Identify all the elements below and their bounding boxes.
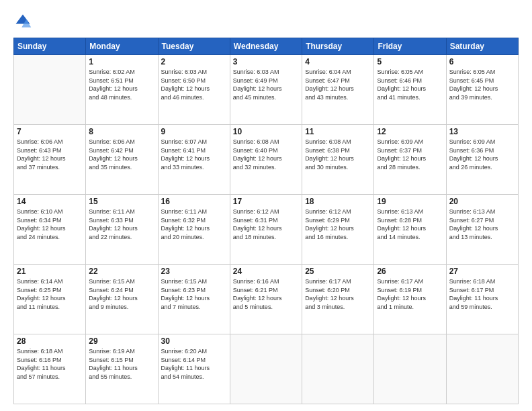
calendar-cell: 8Sunrise: 6:06 AM Sunset: 6:42 PM Daylig… — [86, 125, 158, 195]
day-info: Sunrise: 6:15 AM Sunset: 6:24 PM Dayligh… — [89, 277, 154, 311]
day-info: Sunrise: 6:08 AM Sunset: 6:40 PM Dayligh… — [233, 138, 299, 171]
day-number: 20 — [449, 197, 515, 206]
calendar-table: SundayMondayTuesdayWednesdayThursdayFrid… — [13, 38, 519, 404]
calendar-cell: 24Sunrise: 6:16 AM Sunset: 6:21 PM Dayli… — [230, 265, 302, 334]
week-row-1: 1Sunrise: 6:02 AM Sunset: 6:51 PM Daylig… — [14, 55, 519, 125]
day-number: 18 — [305, 197, 371, 206]
header-cell-monday: Monday — [86, 38, 158, 55]
day-info: Sunrise: 6:17 AM Sunset: 6:19 PM Dayligh… — [377, 277, 443, 311]
calendar-cell: 25Sunrise: 6:17 AM Sunset: 6:20 PM Dayli… — [302, 265, 374, 334]
day-info: Sunrise: 6:07 AM Sunset: 6:41 PM Dayligh… — [161, 138, 227, 171]
calendar-cell — [374, 334, 446, 404]
header-cell-friday: Friday — [374, 38, 446, 55]
logo — [13, 12, 35, 31]
header-cell-sunday: Sunday — [14, 38, 86, 55]
calendar-cell: 14Sunrise: 6:10 AM Sunset: 6:34 PM Dayli… — [14, 195, 86, 265]
header-cell-thursday: Thursday — [302, 38, 374, 55]
day-info: Sunrise: 6:13 AM Sunset: 6:27 PM Dayligh… — [449, 208, 515, 241]
calendar-cell: 15Sunrise: 6:11 AM Sunset: 6:33 PM Dayli… — [86, 195, 158, 265]
calendar-cell — [446, 334, 518, 404]
day-number: 30 — [161, 336, 227, 346]
calendar-cell: 1Sunrise: 6:02 AM Sunset: 6:51 PM Daylig… — [86, 55, 158, 125]
day-number: 9 — [161, 127, 227, 136]
day-info: Sunrise: 6:17 AM Sunset: 6:20 PM Dayligh… — [305, 277, 371, 311]
day-number: 11 — [305, 127, 371, 136]
calendar-cell: 3Sunrise: 6:03 AM Sunset: 6:49 PM Daylig… — [230, 55, 302, 125]
calendar-cell: 22Sunrise: 6:15 AM Sunset: 6:24 PM Dayli… — [86, 265, 158, 334]
header-cell-saturday: Saturday — [446, 38, 518, 55]
day-info: Sunrise: 6:09 AM Sunset: 6:36 PM Dayligh… — [449, 138, 515, 171]
calendar-cell: 21Sunrise: 6:14 AM Sunset: 6:25 PM Dayli… — [14, 265, 86, 334]
day-number: 16 — [161, 197, 227, 206]
day-number: 23 — [161, 267, 227, 276]
logo-icon — [13, 12, 32, 31]
day-number: 2 — [161, 57, 227, 66]
day-info: Sunrise: 6:12 AM Sunset: 6:29 PM Dayligh… — [305, 208, 371, 241]
calendar-cell: 6Sunrise: 6:05 AM Sunset: 6:45 PM Daylig… — [446, 55, 518, 125]
calendar-cell: 2Sunrise: 6:03 AM Sunset: 6:50 PM Daylig… — [158, 55, 230, 125]
calendar-cell: 9Sunrise: 6:07 AM Sunset: 6:41 PM Daylig… — [158, 125, 230, 195]
calendar-cell: 10Sunrise: 6:08 AM Sunset: 6:40 PM Dayli… — [230, 125, 302, 195]
day-info: Sunrise: 6:12 AM Sunset: 6:31 PM Dayligh… — [233, 208, 299, 241]
day-info: Sunrise: 6:08 AM Sunset: 6:38 PM Dayligh… — [305, 138, 371, 171]
day-info: Sunrise: 6:06 AM Sunset: 6:43 PM Dayligh… — [17, 138, 83, 171]
header-cell-wednesday: Wednesday — [230, 38, 302, 55]
calendar-cell: 29Sunrise: 6:19 AM Sunset: 6:15 PM Dayli… — [86, 334, 158, 404]
calendar-cell: 12Sunrise: 6:09 AM Sunset: 6:37 PM Dayli… — [374, 125, 446, 195]
calendar-cell: 30Sunrise: 6:20 AM Sunset: 6:14 PM Dayli… — [158, 334, 230, 404]
day-number: 4 — [305, 57, 371, 66]
day-number: 12 — [377, 127, 443, 136]
calendar-cell: 27Sunrise: 6:18 AM Sunset: 6:17 PM Dayli… — [446, 265, 518, 334]
week-row-5: 28Sunrise: 6:18 AM Sunset: 6:16 PM Dayli… — [14, 334, 519, 404]
day-number: 15 — [89, 197, 154, 206]
day-number: 7 — [17, 127, 83, 136]
day-number: 8 — [89, 127, 154, 136]
header-cell-tuesday: Tuesday — [158, 38, 230, 55]
calendar-cell — [14, 55, 86, 125]
day-info: Sunrise: 6:05 AM Sunset: 6:46 PM Dayligh… — [377, 68, 443, 101]
day-number: 19 — [377, 197, 443, 206]
day-info: Sunrise: 6:03 AM Sunset: 6:49 PM Dayligh… — [233, 68, 299, 101]
week-row-4: 21Sunrise: 6:14 AM Sunset: 6:25 PM Dayli… — [14, 265, 519, 334]
calendar-cell: 11Sunrise: 6:08 AM Sunset: 6:38 PM Dayli… — [302, 125, 374, 195]
day-info: Sunrise: 6:05 AM Sunset: 6:45 PM Dayligh… — [449, 68, 515, 101]
day-info: Sunrise: 6:11 AM Sunset: 6:32 PM Dayligh… — [161, 208, 227, 241]
day-info: Sunrise: 6:02 AM Sunset: 6:51 PM Dayligh… — [89, 68, 154, 101]
calendar-cell: 23Sunrise: 6:15 AM Sunset: 6:23 PM Dayli… — [158, 265, 230, 334]
day-info: Sunrise: 6:04 AM Sunset: 6:47 PM Dayligh… — [305, 68, 371, 101]
day-number: 26 — [377, 267, 443, 276]
day-number: 21 — [17, 267, 83, 276]
calendar-cell: 19Sunrise: 6:13 AM Sunset: 6:28 PM Dayli… — [374, 195, 446, 265]
day-number: 13 — [449, 127, 515, 136]
calendar-cell: 4Sunrise: 6:04 AM Sunset: 6:47 PM Daylig… — [302, 55, 374, 125]
header — [13, 12, 519, 31]
page: SundayMondayTuesdayWednesdayThursdayFrid… — [0, 0, 532, 411]
week-row-2: 7Sunrise: 6:06 AM Sunset: 6:43 PM Daylig… — [14, 125, 519, 195]
week-row-3: 14Sunrise: 6:10 AM Sunset: 6:34 PM Dayli… — [14, 195, 519, 265]
calendar-cell: 16Sunrise: 6:11 AM Sunset: 6:32 PM Dayli… — [158, 195, 230, 265]
day-info: Sunrise: 6:18 AM Sunset: 6:16 PM Dayligh… — [17, 347, 83, 381]
calendar-cell: 20Sunrise: 6:13 AM Sunset: 6:27 PM Dayli… — [446, 195, 518, 265]
day-info: Sunrise: 6:20 AM Sunset: 6:14 PM Dayligh… — [161, 347, 227, 381]
day-number: 17 — [233, 197, 299, 206]
day-number: 27 — [449, 267, 515, 276]
calendar-cell: 18Sunrise: 6:12 AM Sunset: 6:29 PM Dayli… — [302, 195, 374, 265]
header-row: SundayMondayTuesdayWednesdayThursdayFrid… — [14, 38, 519, 55]
day-number: 28 — [17, 336, 83, 346]
day-info: Sunrise: 6:10 AM Sunset: 6:34 PM Dayligh… — [17, 208, 83, 241]
day-info: Sunrise: 6:14 AM Sunset: 6:25 PM Dayligh… — [17, 277, 83, 311]
day-number: 29 — [89, 336, 154, 346]
day-info: Sunrise: 6:18 AM Sunset: 6:17 PM Dayligh… — [449, 277, 515, 311]
day-info: Sunrise: 6:11 AM Sunset: 6:33 PM Dayligh… — [89, 208, 154, 241]
calendar-cell: 17Sunrise: 6:12 AM Sunset: 6:31 PM Dayli… — [230, 195, 302, 265]
day-number: 10 — [233, 127, 299, 136]
day-number: 24 — [233, 267, 299, 276]
day-info: Sunrise: 6:19 AM Sunset: 6:15 PM Dayligh… — [89, 347, 154, 381]
day-number: 5 — [377, 57, 443, 66]
day-number: 1 — [89, 57, 154, 66]
day-number: 3 — [233, 57, 299, 66]
day-info: Sunrise: 6:16 AM Sunset: 6:21 PM Dayligh… — [233, 277, 299, 311]
calendar-cell: 26Sunrise: 6:17 AM Sunset: 6:19 PM Dayli… — [374, 265, 446, 334]
day-number: 25 — [305, 267, 371, 276]
day-number: 6 — [449, 57, 515, 66]
